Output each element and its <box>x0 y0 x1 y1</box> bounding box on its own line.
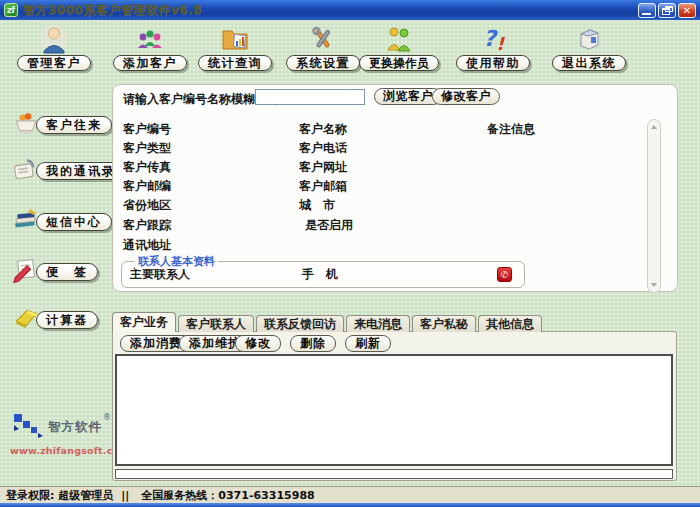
app-icon: zf <box>4 3 18 17</box>
field-label-customer-zip: 客户邮编 <box>123 178 171 195</box>
detail-tabbar: 客户业务 客户联系人 联系反馈回访 来电消息 客户私秘 其他信息 <box>112 312 544 332</box>
stats-query-icon <box>220 24 250 54</box>
tab-other-info[interactable]: 其他信息 <box>478 315 542 332</box>
zhifang-squares-icon <box>13 413 47 444</box>
sidebar-item-address-book[interactable]: 我的通讯录 <box>12 156 126 186</box>
brand-name: 智方软件 <box>48 419 102 436</box>
toolbar-item-stats-query[interactable]: 统计查询 <box>191 24 279 71</box>
toolbar-item-label: 更换操作员 <box>359 55 439 71</box>
toolbar-item-label: 添加客户 <box>113 55 187 71</box>
statusbar-separator: || <box>121 489 129 502</box>
system-settings-icon <box>308 24 338 54</box>
change-operator-icon <box>384 24 414 54</box>
tab-incoming-messages[interactable]: 来电消息 <box>346 315 410 332</box>
field-label-customer-web: 客户网址 <box>299 159 347 176</box>
tab-content-panel: 添加消费 添加维护 修改 删除 刷新 <box>112 331 677 481</box>
scroll-down-icon <box>651 283 657 287</box>
sidebar-item-memo[interactable]: 便 签 <box>12 257 98 287</box>
mobile-label: 手 机 <box>302 266 338 283</box>
field-label-city: 城 市 <box>299 197 335 214</box>
brand-logo: 智方软件 ® www.zhifangsoft.com <box>10 413 114 456</box>
sidebar-item-label: 计算器 <box>36 311 98 329</box>
statusbar: 登录权限: 超级管理员 || 全国服务热线：0371-63315988 <box>0 486 700 503</box>
field-label-customer-name: 客户名称 <box>299 121 347 138</box>
toolbar-item-label: 系统设置 <box>286 55 360 71</box>
field-label-customer-email: 客户邮箱 <box>299 178 347 195</box>
minimize-button[interactable] <box>638 3 656 18</box>
sidebar-item-label: 客户往来 <box>36 116 112 134</box>
svg-text:!: ! <box>496 33 505 54</box>
refresh-button[interactable]: 刷新 <box>345 335 391 352</box>
scroll-up-icon <box>651 125 657 129</box>
registered-mark: ® <box>103 413 111 422</box>
restore-button[interactable] <box>658 3 676 18</box>
add-customer-icon <box>135 24 165 54</box>
login-permission-text: 登录权限: 超级管理员 <box>6 488 113 503</box>
field-label-notes: 备注信息 <box>487 121 535 138</box>
sidebar-item-label: 短信中心 <box>36 213 112 231</box>
field-label-customer-no: 客户编号 <box>123 121 171 138</box>
exit-icon <box>574 24 604 54</box>
toolbar-item-label: 使用帮助 <box>456 55 530 71</box>
sidebar-item-customer-dealings[interactable]: 客户往来 <box>12 110 112 140</box>
close-button[interactable]: ✕ <box>678 3 696 18</box>
titlebar: zf 智方3000系客户管理软件v6.8 ✕ <box>0 0 700 20</box>
window-title: 智方3000系客户管理软件v6.8 <box>23 2 202 19</box>
toolbar-item-help[interactable]: ?! 使用帮助 <box>449 24 537 71</box>
service-hotline-text: 全国服务热线：0371-63315988 <box>141 488 314 503</box>
field-label-customer-fax: 客户传真 <box>123 159 171 176</box>
close-icon: ✕ <box>679 4 695 17</box>
field-label-customer-type: 客户类型 <box>123 140 171 157</box>
manage-customer-icon <box>39 24 69 54</box>
sidebar-item-sms-center[interactable]: 短信中心 <box>12 207 112 237</box>
tab-feedback-visits[interactable]: 联系反馈回访 <box>256 315 344 332</box>
business-record-list[interactable] <box>115 354 673 466</box>
toolbar-item-manage-customer[interactable]: 管理客户 <box>10 24 98 71</box>
toolbar-item-label: 管理客户 <box>17 55 91 71</box>
tab-customer-business[interactable]: 客户业务 <box>112 312 176 332</box>
app-window: zf 智方3000系客户管理软件v6.8 ✕ 管理客户 添加客户 统计查询 <box>0 0 700 507</box>
field-label-customer-phone: 客户电话 <box>299 140 347 157</box>
toolbar-item-add-customer[interactable]: 添加客户 <box>106 24 194 71</box>
minimize-icon <box>642 13 651 15</box>
field-label-enabled: 是否启用 <box>305 217 353 234</box>
toolbar-item-change-operator[interactable]: 更换操作员 <box>353 24 445 71</box>
field-label-address: 通讯地址 <box>123 237 171 254</box>
tab-customer-contacts[interactable]: 客户联系人 <box>178 315 254 332</box>
summary-strip <box>115 469 673 479</box>
contact-group-legend: 联系人基本资料 <box>135 254 218 269</box>
tab-customer-private[interactable]: 客户私秘 <box>412 315 476 332</box>
dial-icon: ✆ <box>501 270 509 280</box>
toolbar-item-label: 退出系统 <box>552 55 626 71</box>
help-icon: ?! <box>478 24 508 54</box>
taskbar-edge <box>0 503 700 507</box>
scroll-down-button[interactable] <box>648 279 660 291</box>
sidebar-item-calculator[interactable]: 计算器 <box>12 305 98 335</box>
field-label-province: 省份地区 <box>123 197 171 214</box>
modify-customer-button[interactable]: 修改客户 <box>432 88 500 105</box>
brand-url: www.zhifangsoft.com <box>10 445 114 456</box>
toolbar-item-exit[interactable]: 退出系统 <box>545 24 633 71</box>
modify-button[interactable]: 修改 <box>235 335 281 352</box>
delete-button[interactable]: 删除 <box>290 335 336 352</box>
notes-scrollbar[interactable] <box>647 119 661 293</box>
scroll-up-button[interactable] <box>648 121 660 133</box>
sidebar-item-label: 便 签 <box>36 263 98 281</box>
customer-detail-panel: 请输入客户编号名称模糊查询 浏览客户 修改客户 客户编号 客户类型 客户传真 客… <box>112 84 678 292</box>
toolbar-item-label: 统计查询 <box>198 55 272 71</box>
field-label-customer-track: 客户跟踪 <box>123 217 171 234</box>
dial-button[interactable]: ✆ <box>497 267 512 282</box>
customer-search-input[interactable] <box>255 89 365 105</box>
